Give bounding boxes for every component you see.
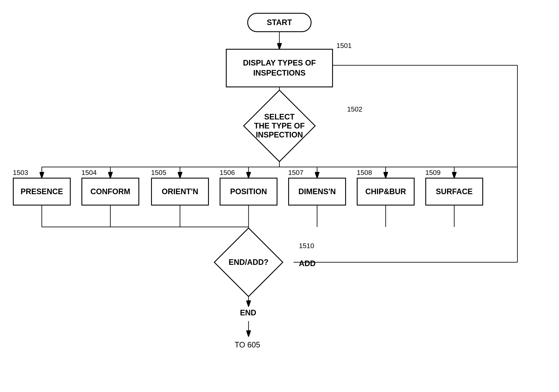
ref-1503: 1503 <box>13 169 28 177</box>
flowchart-diagram: START DISPLAY TYPES OF INSPECTIONS 1501 … <box>0 0 559 392</box>
presence-label: PRESENCE <box>20 187 63 196</box>
to605-label: TO 605 <box>235 340 260 349</box>
endadd-label: END/ADD? <box>201 240 296 285</box>
ref-1506: 1506 <box>220 169 235 177</box>
ref-1505: 1505 <box>151 169 166 177</box>
end-label: END <box>240 308 256 317</box>
chipbur-node: CHIP&BUR <box>357 178 415 206</box>
dimensn-node: DIMENS'N <box>288 178 346 206</box>
ref-1501: 1501 <box>336 42 352 50</box>
conform-node: CONFORM <box>81 178 139 206</box>
conform-label: CONFORM <box>90 187 130 196</box>
display-node: DISPLAY TYPES OF INSPECTIONS <box>226 49 333 87</box>
ref-1509: 1509 <box>425 169 440 177</box>
chipbur-label: CHIP&BUR <box>365 187 406 196</box>
start-label: START <box>267 18 292 27</box>
ref-1504: 1504 <box>81 169 97 177</box>
display-label: DISPLAY TYPES OF INSPECTIONS <box>243 58 316 78</box>
ref-1502: 1502 <box>347 105 362 113</box>
orientn-label: ORIENT'N <box>162 187 198 196</box>
ref-1507: 1507 <box>288 169 303 177</box>
position-label: POSITION <box>230 187 267 196</box>
endadd-diamond-container: END/ADD? <box>201 240 296 285</box>
dimensn-label: DIMENS'N <box>298 187 336 196</box>
presence-node: PRESENCE <box>13 178 71 206</box>
select-label: SELECT THE TYPE OF INSPECTION <box>215 104 344 147</box>
orientn-node: ORIENT'N <box>151 178 209 206</box>
start-node: START <box>247 13 312 32</box>
select-diamond-container: SELECT THE TYPE OF INSPECTION <box>215 104 344 147</box>
position-node: POSITION <box>220 178 278 206</box>
surface-node: SURFACE <box>425 178 483 206</box>
add-label: ADD <box>299 259 316 268</box>
surface-label: SURFACE <box>436 187 473 196</box>
ref-1508: 1508 <box>357 169 372 177</box>
ref-1510: 1510 <box>299 242 314 250</box>
